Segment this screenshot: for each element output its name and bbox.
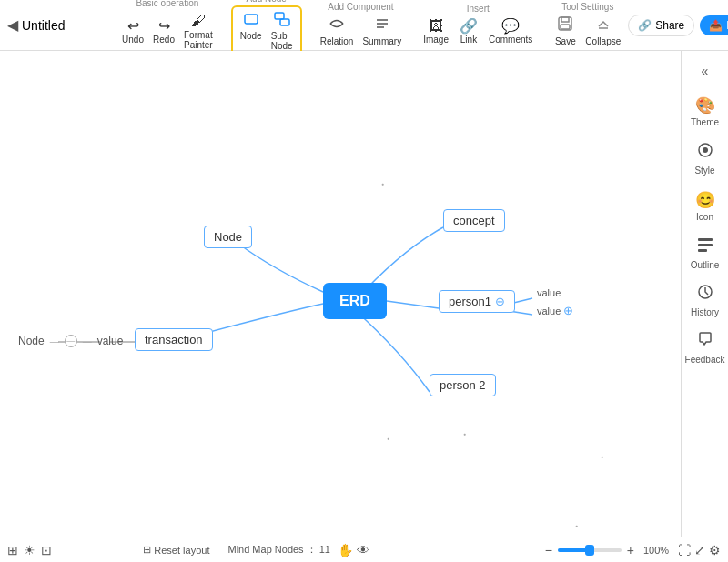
svg-rect-2 bbox=[280, 19, 289, 25]
component-items: Relation Summary bbox=[317, 14, 406, 47]
node-concept[interactable]: concept bbox=[443, 209, 505, 232]
zoom-slider-handle[interactable] bbox=[585, 545, 594, 556]
collapse-icon bbox=[595, 15, 612, 35]
sidebar-item-history[interactable]: History bbox=[683, 276, 727, 324]
value-label-2: value bbox=[537, 306, 561, 316]
svg-rect-19 bbox=[698, 249, 707, 252]
group-label-component: Add Component bbox=[328, 2, 393, 12]
dot-3: ● bbox=[601, 454, 603, 459]
zoom-in-button[interactable]: + bbox=[627, 543, 634, 557]
person1-expand-icon[interactable]: ⊕ bbox=[495, 295, 505, 308]
title-area: ◀ Untitled bbox=[7, 16, 107, 34]
node-icon bbox=[243, 11, 259, 31]
dash-line2: — bbox=[83, 336, 92, 346]
comments-icon: 💬 bbox=[501, 17, 520, 35]
group-label-insert: Insert bbox=[467, 4, 490, 14]
canvas[interactable]: ERD concept person1 ⊕ person 2 Node tran… bbox=[0, 51, 681, 537]
zoom-out-button[interactable]: − bbox=[545, 543, 552, 557]
svg-rect-1 bbox=[275, 13, 284, 19]
value-label-left: value bbox=[97, 335, 124, 347]
sidebar-item-theme[interactable]: 🎨 Theme bbox=[683, 87, 727, 135]
reset-layout-button[interactable]: ⊞ Reset layout bbox=[143, 544, 209, 556]
bottom-view-icons: ⛶ ⤢ ⚙ bbox=[678, 543, 721, 557]
tool-items: Save Collapse bbox=[551, 14, 624, 47]
group-label-basic: Basic operation bbox=[136, 0, 198, 8]
save-button[interactable]: Save bbox=[551, 14, 580, 47]
dot-2: ● bbox=[463, 431, 466, 437]
node-upper[interactable]: Node bbox=[204, 226, 252, 248]
value-add-icon[interactable]: ⊕ bbox=[563, 304, 573, 317]
back-button[interactable]: ◀ bbox=[7, 16, 18, 34]
image-button[interactable]: 🖼 Image bbox=[420, 15, 452, 46]
value-label-1: value bbox=[537, 287, 561, 298]
zoom-slider-track[interactable] bbox=[558, 548, 622, 552]
history-icon bbox=[696, 283, 714, 306]
main-area: ERD concept person1 ⊕ person 2 Node tran… bbox=[0, 51, 728, 537]
basic-items: ↩Undo ↪Redo 🖌Format Painter bbox=[118, 10, 217, 51]
group-label-tool: Tool Settings bbox=[561, 2, 613, 12]
node-person2[interactable]: person 2 bbox=[430, 374, 496, 396]
collapse-button[interactable]: Collapse bbox=[581, 14, 624, 47]
share-icon: 🔗 bbox=[638, 19, 652, 32]
export-button[interactable]: 📤 Export bbox=[700, 15, 728, 35]
svg-point-16 bbox=[703, 147, 708, 153]
share-button[interactable]: 🔗 Share bbox=[628, 15, 694, 36]
value-label-2-container: value ⊕ bbox=[537, 304, 573, 317]
sidebar-item-icon[interactable]: 😊 Icon bbox=[683, 182, 727, 229]
export-icon: 📤 bbox=[709, 19, 723, 32]
sidebar-collapse-button[interactable]: « bbox=[689, 58, 722, 84]
summary-button[interactable]: Summary bbox=[359, 14, 405, 47]
node-person1[interactable]: person1 ⊕ bbox=[439, 290, 515, 313]
bottom-bar: ⊞ ☀ ⊡ ⊞ Reset layout Mind Map Nodes ： 11… bbox=[0, 537, 728, 562]
bottom-table-icon[interactable]: ⊡ bbox=[41, 543, 52, 557]
svg-rect-18 bbox=[698, 244, 713, 246]
add-node-highlight-box: Node Sub Node bbox=[231, 5, 302, 56]
sidebar-item-style[interactable]: Style bbox=[683, 135, 727, 182]
undo-button[interactable]: ↩Undo bbox=[118, 15, 147, 46]
relation-button[interactable]: Relation bbox=[317, 14, 358, 47]
bottom-sun-icon[interactable]: ☀ bbox=[24, 543, 35, 557]
eye-icon[interactable]: 👁 bbox=[357, 543, 369, 557]
svg-rect-7 bbox=[561, 17, 569, 22]
dot-1: ● bbox=[381, 181, 384, 186]
svg-rect-0 bbox=[245, 15, 258, 24]
minus-circle-icon[interactable]: — bbox=[65, 335, 77, 347]
group-add-node: Add Node Node Sub Node bbox=[228, 0, 306, 56]
format-painter-button[interactable]: 🖌Format Painter bbox=[180, 10, 217, 51]
fit-screen-icon[interactable]: ⛶ bbox=[678, 543, 691, 557]
redo-button[interactable]: ↪Redo bbox=[149, 15, 178, 46]
svg-rect-17 bbox=[698, 238, 713, 241]
right-sidebar: « 🎨 Theme Style 😊 Icon Outline History bbox=[681, 51, 728, 537]
sub-node-button[interactable]: Sub Node bbox=[268, 9, 297, 53]
bottom-right: − + 100% ⛶ ⤢ ⚙ bbox=[545, 543, 721, 557]
page-title: Untitled bbox=[22, 18, 65, 33]
group-add-component: Add Component Relation Summary bbox=[313, 2, 410, 47]
left-node-label: Node bbox=[18, 335, 45, 347]
zoom-value: 100% bbox=[640, 545, 672, 556]
comments-button[interactable]: 💬 Comments bbox=[485, 15, 536, 46]
settings-icon[interactable]: ⚙ bbox=[709, 543, 721, 557]
summary-icon bbox=[374, 15, 390, 35]
sidebar-item-outline[interactable]: Outline bbox=[683, 229, 727, 276]
sub-node-icon bbox=[274, 11, 290, 31]
node-button[interactable]: Node bbox=[237, 9, 266, 53]
group-tool-settings: Tool Settings Save Collapse bbox=[547, 2, 628, 47]
relation-icon bbox=[329, 15, 345, 35]
dash-line: — bbox=[50, 336, 59, 346]
fullscreen-icon[interactable]: ⤢ bbox=[694, 543, 705, 557]
node-erd[interactable]: ERD bbox=[323, 283, 387, 319]
bottom-left: ⊞ ☀ ⊡ bbox=[7, 543, 52, 557]
toolbar-right: 🔗 Share 📤 Export bbox=[628, 15, 728, 36]
outline-icon bbox=[696, 236, 714, 258]
left-chain: Node — — — value bbox=[18, 335, 123, 347]
bottom-grid-icon[interactable]: ⊞ bbox=[7, 543, 18, 557]
link-button[interactable]: 🔗 Link bbox=[454, 15, 483, 46]
hand-icon[interactable]: ✋ bbox=[338, 543, 353, 557]
theme-icon: 🎨 bbox=[695, 95, 715, 115]
sidebar-item-feedback[interactable]: Feedback bbox=[683, 324, 727, 371]
dot-5: ● bbox=[387, 436, 389, 441]
node-transaction[interactable]: transaction bbox=[135, 328, 213, 351]
group-basic-operation: Basic operation ↩Undo ↪Redo 🖌Format Pain… bbox=[115, 0, 220, 52]
image-icon: 🖼 bbox=[429, 17, 443, 35]
node-count-label: Mind Map Nodes ： 11 bbox=[228, 543, 330, 557]
